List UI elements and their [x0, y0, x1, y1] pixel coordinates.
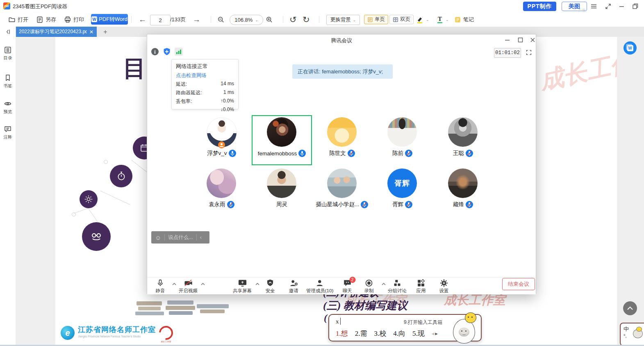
chat-quick-input[interactable]: ☺ 说点什么... ‹ — [151, 231, 209, 244]
ime-prev-page-icon[interactable]: ◂ — [432, 330, 435, 337]
network-status: 网络连接正常 — [176, 63, 234, 70]
ime-punct-indicator[interactable]: °, — [624, 333, 626, 338]
sidebar-item-annotations[interactable]: 注释 — [0, 125, 16, 140]
avatar — [267, 117, 296, 147]
notes-button[interactable]: 笔记 — [454, 12, 474, 27]
participant-cell[interactable]: 周灵 — [252, 166, 312, 216]
pdf-to-word-float-icon[interactable]: W — [624, 41, 637, 55]
prev-page-button[interactable]: ← — [139, 12, 146, 27]
participant-cell[interactable]: 浮梦v_v — [191, 115, 252, 165]
participant-cell[interactable]: 藏锋 — [433, 166, 493, 216]
next-page-button[interactable]: → — [193, 12, 200, 27]
meeting-minimize-icon[interactable] — [504, 36, 511, 43]
chat-button[interactable]: 2 聊天 — [343, 279, 352, 294]
participant-cell[interactable]: 胥辉 胥辉 — [372, 166, 432, 216]
video-options-caret[interactable] — [201, 282, 205, 286]
participant-name: 陈前 — [392, 150, 403, 157]
share-screen-icon — [238, 279, 247, 287]
meeting-security-shield-icon[interactable] — [162, 47, 171, 56]
ime-toolbox-hint[interactable]: 9.打开输入工具箱 — [404, 319, 442, 326]
ime-candidate-window: x 9.打开输入工具箱 1.想 2.需 3.校 4.向 5.现 ◂▸ — [328, 314, 482, 341]
invite-button[interactable]: 邀请 — [289, 279, 298, 294]
check-network-link[interactable]: 点击检查网络 — [176, 72, 234, 79]
ime-candidate[interactable]: 4.向 — [393, 329, 405, 338]
record-button[interactable]: 录制 — [364, 279, 374, 294]
scroll-to-top-button[interactable] — [623, 301, 637, 315]
save-as-button[interactable]: 另存 — [36, 12, 56, 27]
mic-options-caret[interactable] — [172, 282, 176, 286]
mute-button[interactable]: 静音 — [156, 279, 165, 294]
security-button[interactable]: 安全 — [266, 279, 275, 294]
apps-button[interactable]: 应用 — [416, 279, 426, 294]
page-heading-fragment: 目 — [123, 53, 146, 84]
share-screen-button[interactable]: 共享屏幕 — [233, 279, 252, 294]
breakout-rooms-button[interactable]: 分组讨论 — [388, 279, 407, 294]
sidebar-item-contents[interactable]: 目录 — [0, 46, 16, 61]
manage-members-button[interactable]: 管理成员(10) — [306, 279, 333, 294]
participant-cell[interactable]: 王聪 — [433, 115, 493, 165]
ppt-make-button[interactable]: PPT制作 — [523, 2, 556, 11]
speaking-banner: 正在讲话: femalemobboss; 浮梦v_v; — [292, 64, 393, 79]
single-page-button[interactable]: 单页 — [364, 15, 388, 24]
network-signal-icon[interactable] — [174, 47, 183, 56]
restore-icon[interactable] — [632, 3, 639, 10]
end-meeting-button[interactable]: 结束会议 — [502, 278, 535, 290]
undo-button[interactable]: ↺ — [289, 12, 297, 27]
page-number-input[interactable] — [150, 15, 171, 25]
start-video-button[interactable]: 开启视频 — [179, 279, 198, 294]
text-tool-button[interactable]: T ⌄ — [436, 12, 449, 27]
collapse-sidebar-icon[interactable] — [0, 27, 16, 37]
avatar — [207, 168, 236, 198]
participant-cell[interactable]: 摄山星城小学赵... — [312, 166, 372, 216]
breakout-icon — [393, 279, 402, 287]
svg-text:T: T — [438, 16, 442, 22]
ime-status-bar[interactable]: 中 °, — [620, 323, 644, 346]
meeting-titlebar[interactable]: 腾讯会议 — [147, 34, 536, 46]
participant-cell-selected[interactable]: femalemobboss — [252, 115, 312, 165]
participant-name: 陈世文 — [329, 150, 346, 157]
ime-next-page-icon[interactable]: ▸ — [435, 330, 438, 337]
sidebar-item-preview[interactable]: 预览 — [0, 100, 16, 115]
tab-close-icon[interactable]: ✕ — [89, 29, 93, 35]
watermark: 成长工作室 — [537, 41, 617, 98]
sidebar-item-bookmarks[interactable]: 书签 — [0, 74, 16, 89]
zoom-in-button[interactable] — [266, 12, 273, 27]
share-options-caret[interactable] — [255, 282, 259, 286]
highlighter-button[interactable]: ⌄ — [416, 12, 429, 27]
mic-icon — [156, 279, 165, 287]
emoji-icon[interactable]: ☺ — [155, 234, 161, 241]
open-button[interactable]: 打开 — [8, 12, 28, 27]
zoom-out-button[interactable] — [217, 12, 225, 27]
pdf-to-word-button[interactable]: W PDF转Word — [91, 14, 128, 25]
change-background-select[interactable]: 更换背景⌄ — [326, 15, 360, 25]
network-status-panel: 网络连接正常 点击检查网络 延迟:14 ms 路由器延迟:1 ms 丢包率:↑0… — [171, 59, 239, 109]
avatar — [327, 168, 357, 198]
settings-button[interactable]: 设置 — [439, 279, 449, 294]
zoom-level-select[interactable]: 106.8%⌄ — [230, 15, 263, 25]
meeting-info-icon[interactable]: i — [150, 47, 159, 56]
folder-icon — [8, 16, 16, 23]
menu-icon[interactable] — [590, 3, 597, 10]
collapse-chat-icon[interactable]: ‹ — [200, 234, 202, 240]
ime-candidate[interactable]: 3.校 — [374, 329, 387, 338]
meeting-maximize-icon[interactable] — [517, 36, 524, 43]
ime-candidate[interactable]: 5.现 — [412, 329, 425, 338]
participant-cell[interactable]: 陈世文 — [312, 115, 372, 165]
double-page-button[interactable]: 双页 — [389, 15, 414, 24]
participant-cell[interactable]: 陈前 — [372, 115, 432, 165]
redo-button[interactable]: ↻ — [303, 12, 310, 27]
meeting-fullscreen-icon[interactable] — [525, 49, 532, 56]
print-button[interactable]: 打印 — [64, 12, 84, 27]
new-tab-button[interactable]: + — [100, 27, 111, 37]
record-options-caret[interactable] — [382, 282, 386, 286]
ime-candidate[interactable]: 1.想 — [336, 329, 348, 338]
fullscreen-icon[interactable] — [605, 3, 612, 10]
document-tab[interactable]: 2022课标学习笔记20220423.pd ✕ — [16, 27, 97, 37]
ime-mode-indicator[interactable]: 中 — [624, 326, 629, 333]
minimize-icon[interactable] — [618, 3, 625, 10]
camera-off-icon — [184, 279, 193, 287]
chat-placeholder[interactable]: 说点什么... — [168, 234, 193, 241]
participant-cell[interactable]: 袁永雨 — [191, 166, 252, 216]
meeting-close-icon[interactable] — [529, 36, 536, 43]
ime-candidate[interactable]: 2.需 — [355, 329, 367, 338]
